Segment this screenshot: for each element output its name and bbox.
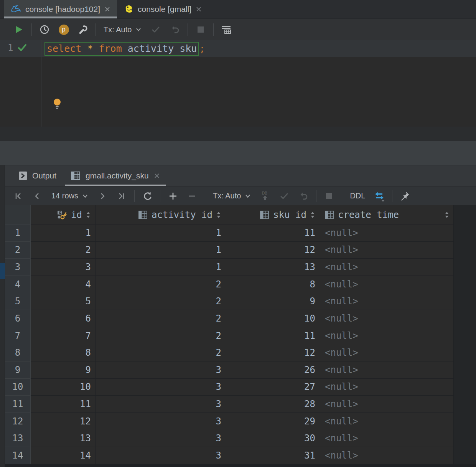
row-number[interactable]: 11 bbox=[5, 396, 31, 413]
sort-arrows-icon[interactable] bbox=[86, 210, 91, 219]
rollback-button-disabled[interactable] bbox=[165, 21, 184, 38]
cell-sku-id[interactable]: 26 bbox=[226, 361, 320, 379]
cell-id[interactable]: 5 bbox=[31, 293, 96, 310]
commit-button-disabled[interactable] bbox=[275, 188, 294, 205]
panel-splitter[interactable] bbox=[0, 141, 476, 165]
cell-id[interactable]: 11 bbox=[31, 396, 96, 413]
column-header-create-time[interactable]: create_time bbox=[320, 205, 454, 224]
cell-sku-id[interactable]: 30 bbox=[226, 430, 320, 447]
cell-create-time[interactable]: <null> bbox=[320, 396, 454, 413]
pin-tab-icon[interactable] bbox=[395, 188, 415, 205]
previous-page-button[interactable] bbox=[28, 188, 47, 205]
row-number[interactable]: 2 bbox=[5, 242, 31, 259]
delete-row-button-disabled[interactable] bbox=[183, 188, 202, 205]
row-number[interactable]: 6 bbox=[5, 310, 31, 327]
cell-create-time[interactable]: <null> bbox=[320, 327, 454, 345]
cell-create-time[interactable]: <null> bbox=[320, 361, 454, 379]
intention-bulb-icon[interactable] bbox=[52, 98, 62, 110]
cell-create-time[interactable]: <null> bbox=[320, 276, 454, 293]
row-number[interactable]: 4 bbox=[5, 276, 31, 293]
cell-id[interactable]: 12 bbox=[31, 413, 96, 430]
cell-activity-id[interactable]: 3 bbox=[96, 430, 226, 447]
cell-create-time[interactable]: <null> bbox=[320, 430, 454, 447]
row-number[interactable]: 13 bbox=[5, 430, 31, 447]
row-number[interactable]: 1 bbox=[5, 224, 31, 242]
tx-mode-dropdown[interactable]: Tx: Auto bbox=[99, 25, 146, 34]
cell-sku-id[interactable]: 13 bbox=[226, 259, 320, 276]
cell-id[interactable]: 10 bbox=[31, 379, 96, 396]
cell-sku-id[interactable]: 11 bbox=[226, 224, 320, 242]
first-page-button[interactable] bbox=[8, 188, 28, 205]
sql-code-line[interactable]: select * from activity_sku; bbox=[44, 41, 205, 56]
cell-activity-id[interactable]: 3 bbox=[96, 396, 226, 413]
sql-editor[interactable]: 1 select * from activity_sku; bbox=[0, 40, 476, 127]
cell-id[interactable]: 2 bbox=[31, 242, 96, 259]
cell-sku-id[interactable]: 27 bbox=[226, 379, 320, 396]
cell-id[interactable]: 4 bbox=[31, 276, 96, 293]
cell-activity-id[interactable]: 2 bbox=[96, 293, 226, 310]
sort-arrows-icon[interactable] bbox=[216, 210, 221, 219]
cell-activity-id[interactable]: 1 bbox=[96, 224, 226, 242]
close-icon[interactable] bbox=[153, 172, 160, 179]
cell-create-time[interactable]: <null> bbox=[320, 379, 454, 396]
column-header-activity-id[interactable]: activity_id bbox=[96, 205, 226, 224]
sort-arrows-icon[interactable] bbox=[444, 210, 450, 219]
history-icon[interactable] bbox=[35, 21, 54, 38]
cell-activity-id[interactable]: 3 bbox=[96, 447, 226, 464]
settings-wrench-icon[interactable] bbox=[73, 21, 92, 38]
cell-activity-id[interactable]: 2 bbox=[96, 310, 226, 327]
row-number[interactable]: 12 bbox=[5, 413, 31, 430]
cell-activity-id[interactable]: 2 bbox=[96, 276, 226, 293]
tab-gmall-activity-sku[interactable]: gmall.activity_sku bbox=[63, 165, 167, 186]
cell-create-time[interactable]: <null> bbox=[320, 447, 454, 464]
cell-activity-id[interactable]: 1 bbox=[96, 259, 226, 276]
execute-to-table-icon[interactable] bbox=[217, 21, 236, 38]
row-number[interactable]: 10 bbox=[5, 379, 31, 396]
column-header-sku-id[interactable]: sku_id bbox=[226, 205, 320, 224]
column-header-id[interactable]: id bbox=[31, 205, 96, 224]
row-number[interactable]: 8 bbox=[5, 344, 31, 361]
cell-activity-id[interactable]: 1 bbox=[96, 242, 226, 259]
cell-id[interactable]: 1 bbox=[31, 224, 96, 242]
stop-button-disabled[interactable] bbox=[191, 21, 210, 38]
last-page-button[interactable] bbox=[112, 188, 131, 205]
cell-sku-id[interactable]: 8 bbox=[226, 276, 320, 293]
sort-arrows-icon[interactable] bbox=[310, 210, 315, 219]
cell-activity-id[interactable]: 3 bbox=[96, 413, 226, 430]
page-size-dropdown[interactable]: 14 rows bbox=[47, 191, 93, 200]
row-number[interactable]: 7 bbox=[5, 327, 31, 345]
ddl-button[interactable]: DDL bbox=[345, 191, 370, 200]
cell-sku-id[interactable]: 10 bbox=[226, 310, 320, 327]
cell-activity-id[interactable]: 3 bbox=[96, 361, 226, 379]
cell-sku-id[interactable]: 28 bbox=[226, 396, 320, 413]
tab-console-gmall[interactable]: console [gmall] bbox=[117, 0, 208, 18]
stripe-selection-marker[interactable] bbox=[0, 263, 5, 279]
row-number[interactable]: 9 bbox=[5, 361, 31, 379]
close-icon[interactable] bbox=[195, 6, 202, 13]
row-number-header[interactable] bbox=[5, 205, 31, 224]
row-number[interactable]: 14 bbox=[5, 447, 31, 464]
cell-sku-id[interactable]: 9 bbox=[226, 293, 320, 310]
close-icon[interactable] bbox=[104, 6, 111, 13]
add-row-button[interactable] bbox=[163, 188, 183, 205]
cell-create-time[interactable]: <null> bbox=[320, 224, 454, 242]
cell-create-time[interactable]: <null> bbox=[320, 293, 454, 310]
commit-button-disabled[interactable] bbox=[146, 21, 165, 38]
cell-sku-id[interactable]: 11 bbox=[226, 327, 320, 345]
profile-badge[interactable]: p bbox=[54, 21, 73, 38]
tab-output[interactable]: Output bbox=[12, 165, 63, 186]
row-number[interactable]: 3 bbox=[5, 259, 31, 276]
cell-id[interactable]: 13 bbox=[31, 430, 96, 447]
stop-button-disabled[interactable] bbox=[320, 188, 339, 205]
cell-id[interactable]: 7 bbox=[31, 327, 96, 345]
cell-activity-id[interactable]: 3 bbox=[96, 379, 226, 396]
cell-create-time[interactable]: <null> bbox=[320, 344, 454, 361]
cell-sku-id[interactable]: 12 bbox=[226, 344, 320, 361]
cell-id[interactable]: 14 bbox=[31, 447, 96, 464]
run-button[interactable] bbox=[9, 21, 28, 38]
cell-create-time[interactable]: <null> bbox=[320, 242, 454, 259]
cell-id[interactable]: 3 bbox=[31, 259, 96, 276]
cell-id[interactable]: 6 bbox=[31, 310, 96, 327]
reload-data-button[interactable] bbox=[138, 188, 157, 205]
cell-create-time[interactable]: <null> bbox=[320, 259, 454, 276]
